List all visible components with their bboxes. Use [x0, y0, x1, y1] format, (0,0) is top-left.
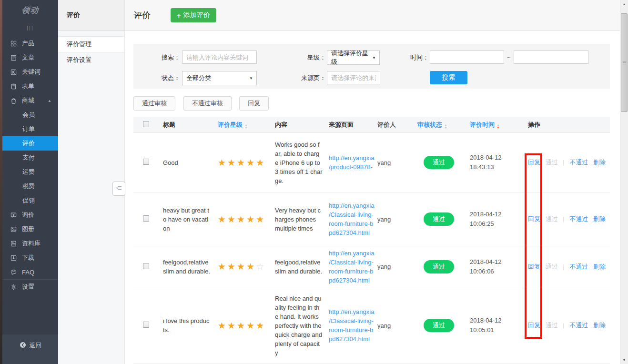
- reply-link[interactable]: 回复: [528, 215, 540, 222]
- vertical-scrollbar[interactable]: ▲ ▼: [620, 0, 628, 364]
- reviewer-name: yang: [377, 322, 417, 329]
- star-rating: ★★★★★: [218, 157, 275, 168]
- status-filter-select[interactable]: 全部分类 ▼: [182, 71, 257, 85]
- panel-item-review-manage[interactable]: 评价管理: [58, 36, 124, 52]
- col-star-rating[interactable]: 评价星级▲▼: [218, 121, 275, 129]
- gallery-icon: [10, 226, 18, 233]
- search-button[interactable]: 搜索: [430, 71, 467, 84]
- source-page-input[interactable]: [327, 71, 380, 84]
- panel-item-review-settings[interactable]: 评价设置: [58, 52, 124, 68]
- sidebar-item-gallery[interactable]: 图册: [2, 222, 58, 236]
- sidebar-item-forms[interactable]: 表单: [2, 79, 58, 93]
- reply-link[interactable]: 回复: [528, 322, 540, 329]
- sidebar-item-reviews[interactable]: 评价: [2, 136, 58, 151]
- search-input[interactable]: [182, 51, 257, 64]
- star-filter-select[interactable]: 请选择评价星级 ▼: [327, 51, 380, 65]
- source-url-line[interactable]: http://en.yangxia: [329, 307, 376, 316]
- delete-link[interactable]: 删除: [593, 215, 606, 222]
- bulk-reject-button[interactable]: 不通过审核: [183, 96, 232, 111]
- sidebar-item-faq[interactable]: FAQ: [2, 265, 58, 279]
- scrollbar-grip: [623, 61, 626, 65]
- sidebar-item-tax[interactable]: 税费: [2, 179, 58, 193]
- col-review-time[interactable]: 评价时间▲▼: [470, 120, 528, 130]
- sidebar-item-articles[interactable]: 文章: [2, 51, 58, 65]
- source-url-line[interactable]: /Classical-living-: [329, 258, 376, 267]
- scroll-down-icon[interactable]: ▼: [620, 356, 628, 364]
- source-url-line[interactable]: room-furniture-b: [329, 219, 376, 228]
- delete-link[interactable]: 删除: [593, 263, 606, 270]
- row-checkbox[interactable]: [143, 215, 149, 222]
- source-page-link[interactable]: http://en.yangxia/Classical-living-room-…: [329, 307, 377, 344]
- row-checkbox[interactable]: [143, 322, 149, 328]
- sidebar-item-library[interactable]: 资料库: [2, 236, 58, 251]
- col-source-page: 来源页面: [329, 121, 377, 129]
- reply-link[interactable]: 回复: [528, 159, 540, 166]
- source-url-line[interactable]: http://en.yangxia: [329, 153, 376, 162]
- reject-link[interactable]: 不通过: [569, 215, 588, 222]
- sidebar-item-label: 促销: [22, 196, 35, 205]
- panel-collapse-button[interactable]: [112, 182, 125, 196]
- reply-link[interactable]: 回复: [528, 263, 540, 270]
- sidebar-item-products[interactable]: 产品: [2, 36, 58, 51]
- source-page-link[interactable]: http://en.yangxia/Classical-living-room-…: [329, 201, 377, 237]
- source-url-line[interactable]: http://en.yangxia: [329, 201, 376, 210]
- approve-link-disabled[interactable]: 通过: [546, 159, 558, 166]
- add-review-button[interactable]: + 添加评价: [171, 8, 216, 22]
- filter-panel: 搜索： 星级： 请选择评价星级 ▼ 时间： ~ 状态： 全部分类 ▼ 来源页： …: [133, 44, 610, 89]
- approve-link-disabled[interactable]: 通过: [546, 322, 558, 329]
- source-url-line[interactable]: pd627304.html: [329, 334, 376, 344]
- scroll-up-icon[interactable]: ▲: [620, 0, 628, 8]
- select-all-checkbox[interactable]: [143, 121, 149, 127]
- delete-link[interactable]: 删除: [593, 322, 606, 329]
- review-content: feelgood,relative slim and durable.: [275, 258, 323, 276]
- sidebar-item-settings[interactable]: 设置: [2, 279, 58, 294]
- source-url-line[interactable]: http://en.yangxia: [329, 249, 376, 258]
- source-url-line[interactable]: pd627304.html: [329, 228, 376, 237]
- sidebar-item-shipping[interactable]: 运费: [2, 165, 58, 179]
- sidebar-item-orders[interactable]: 订单: [2, 122, 58, 136]
- sidebar-item-mall[interactable]: 商城▲: [2, 93, 58, 108]
- table-header: 标题 评价星级▲▼ 内容 来源页面 评价人 审核状态▲▼ 评价时间▲▼ 操作: [133, 117, 610, 133]
- review-title: i love this products.: [163, 316, 211, 334]
- sidebar-item-keywords[interactable]: 关键词: [2, 65, 58, 79]
- star-filled-icon: ★: [256, 214, 265, 224]
- col-audit-status[interactable]: 审核状态▲▼: [417, 121, 470, 129]
- source-url-line[interactable]: /Classical-living-: [329, 316, 376, 325]
- approve-link-disabled[interactable]: 通过: [546, 263, 558, 270]
- sidebar-item-back[interactable]: 返回: [2, 334, 58, 364]
- sidebar-item-promotion[interactable]: 促销: [2, 193, 58, 208]
- row-checkbox[interactable]: [143, 159, 149, 165]
- source-page-link[interactable]: http://en.yangxia/Classical-living-room-…: [329, 249, 377, 285]
- reject-link[interactable]: 不通过: [569, 263, 588, 270]
- bulk-reply-button[interactable]: 回复: [239, 96, 269, 111]
- reject-link[interactable]: 不通过: [569, 159, 588, 166]
- back-label: 返回: [30, 341, 42, 364]
- source-url-line[interactable]: /Classical-living-: [329, 210, 376, 219]
- star-filled-icon: ★: [237, 321, 246, 331]
- bulk-actions: 通过审核 不通过审核 回复: [133, 96, 275, 111]
- source-url-line[interactable]: room-furniture-b: [329, 325, 376, 334]
- star-rating: ★★★★★: [218, 320, 275, 331]
- sidebar-item-label: 资料库: [22, 239, 41, 248]
- status-filter-label: 状态：: [142, 71, 180, 85]
- reviewer-name: yang: [377, 216, 417, 223]
- sidebar-collapse-icon[interactable]: |||: [2, 20, 58, 35]
- source-url-line[interactable]: /product-09878-: [329, 162, 376, 172]
- sort-down-active-icon: ▼: [496, 126, 500, 129]
- scrollbar-thumb[interactable]: [621, 13, 628, 112]
- sidebar-item-members[interactable]: 会员: [2, 108, 58, 122]
- row-checkbox[interactable]: [143, 263, 149, 269]
- plus-icon: +: [177, 12, 181, 19]
- delete-link[interactable]: 删除: [593, 159, 606, 166]
- source-page-link[interactable]: http://en.yangxia/product-09878-: [329, 153, 377, 172]
- time-from-input[interactable]: [430, 51, 504, 64]
- source-url-line[interactable]: pd627304.html: [329, 276, 376, 285]
- reject-link[interactable]: 不通过: [569, 322, 588, 329]
- source-url-line[interactable]: room-furniture-b: [329, 267, 376, 276]
- time-to-input[interactable]: [514, 51, 588, 64]
- sidebar-item-download[interactable]: 下载: [2, 251, 58, 265]
- sidebar-item-inquiry[interactable]: 询价: [2, 208, 58, 222]
- bulk-approve-button[interactable]: 通过审核: [133, 96, 175, 111]
- sidebar-item-payment[interactable]: 支付: [2, 151, 58, 165]
- approve-link-disabled[interactable]: 通过: [546, 215, 558, 222]
